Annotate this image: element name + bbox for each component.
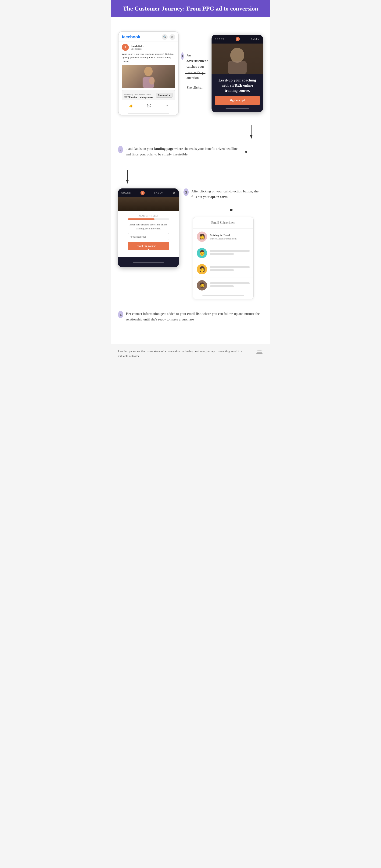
optin-progress-bar — [128, 218, 169, 220]
fb-post-sponsored: Sponsored — [131, 47, 141, 50]
step3-layout: COACH S SALLY ✕ ALMOST THERE! Enter your… — [118, 188, 263, 299]
step2-badge: 2 — [118, 146, 123, 153]
step2-section: 2 ...and lands on your landing page wher… — [118, 144, 263, 160]
step1-arrow-area: 1 An advertisement catches your prospect… — [179, 71, 212, 76]
sub3-lines — [210, 282, 250, 288]
email-subscribers-card: Email Subscribers 👩 Shirley A. Lead shir… — [193, 217, 254, 299]
sub2-line1 — [210, 266, 250, 268]
email-subs-row-2: 👩 — [193, 261, 253, 277]
fb-cta-bar: coachsally.com/free-lesson-plan FREE onl… — [122, 90, 175, 100]
email-subscribers-wrapper: Email Subscribers 👩 Shirley A. Lead shir… — [193, 217, 254, 299]
svg-marker-13 — [126, 180, 129, 184]
subscriber-avatar-1: 👨 — [197, 248, 207, 258]
optin-start-button[interactable]: Start the course → — [128, 242, 169, 250]
fb-avatar: S — [122, 44, 129, 51]
svg-rect-7 — [228, 61, 247, 74]
subscriber-avatar-3: 🧔 — [197, 280, 207, 290]
step2-bold: landing page — [154, 147, 173, 151]
email-lead-avatar: 👩 — [197, 231, 207, 242]
facebook-phone-mockup: facebook 🔍 ⊕ S Coach Sally Sponsored — [118, 31, 179, 115]
step1-text-part3: She clicks... — [186, 86, 204, 89]
sub3-line2 — [210, 285, 234, 287]
person-illustration — [139, 66, 158, 88]
step2-layout: 2 ...and lands on your landing page wher… — [118, 144, 263, 160]
fb-search-icon[interactable]: 🔍 — [162, 34, 168, 40]
optin-bg-image — [118, 197, 179, 211]
step4-header: 4 Her contact information gets added to … — [118, 311, 263, 322]
step2-arrow-area — [244, 144, 263, 160]
step4-section: 4 Her contact information gets added to … — [118, 309, 263, 326]
fb-share-icon[interactable]: ↗ — [165, 104, 168, 108]
sub1-line1 — [210, 250, 250, 252]
optin-nav-avatar: S — [140, 191, 145, 195]
landing-cta-button[interactable]: Sign me up! — [215, 96, 260, 105]
footer-logo-icon — [256, 349, 263, 356]
fb-download-button[interactable]: Download ● — [156, 93, 173, 98]
phone-dark-scroll — [226, 108, 249, 109]
fb-scroll-bar — [128, 113, 169, 114]
optin-btn-text: Start the course — [137, 244, 156, 248]
phone-dark-nav-coach: COACH — [215, 38, 224, 40]
sub1-icon: 👨 — [199, 250, 205, 256]
step1-mockups-row: facebook 🔍 ⊕ S Coach Sally Sponsored — [118, 31, 263, 115]
fb-cta-title: FREE online training course — [124, 96, 153, 98]
svg-rect-16 — [256, 353, 263, 354]
arrow-down-step3 — [118, 170, 263, 184]
step4-text-col: 4 Her contact information gets added to … — [118, 309, 263, 326]
fb-post-image — [122, 65, 175, 88]
fb-top-bar: facebook 🔍 ⊕ — [118, 32, 178, 41]
phone-dark-nav-sally: SALLY — [251, 38, 260, 40]
optin-btn-wrapper: Start the course → — [128, 242, 169, 250]
optin-email-input[interactable] — [128, 233, 169, 240]
optin-scroll-bar — [133, 262, 164, 263]
step2-text: ...and lands on your landing page where … — [126, 146, 240, 157]
phone-dark-nav-avatar: S — [236, 37, 240, 41]
fb-cta-info: coachsally.com/free-lesson-plan FREE onl… — [124, 92, 153, 98]
fb-like-icon[interactable]: 👍 — [129, 104, 133, 108]
fb-messenger-icon[interactable]: ⊕ — [169, 34, 175, 40]
landing-page-phone: COACH S SALLY Level-up your coaching wit… — [212, 35, 263, 112]
email-lead-email: shirley.a.lead@email.com — [210, 237, 250, 240]
optin-modal-wrapper: ALMOST THERE! Enter your email to access… — [118, 211, 179, 257]
optin-close-icon[interactable]: ✕ — [173, 191, 176, 195]
page-header: The Customer Journey: From PPC ad to con… — [111, 0, 270, 17]
step2-text-col: 2 ...and lands on your landing page wher… — [118, 144, 240, 160]
step1-badge: 1 — [181, 53, 184, 60]
step3-text-end: . — [228, 195, 229, 199]
svg-rect-17 — [257, 352, 262, 353]
sub3-icon: 🧔 — [199, 282, 205, 288]
down-arrow-svg-1 — [247, 125, 256, 139]
sub1-line2 — [210, 253, 234, 255]
landing-headline: Level-up your coaching with a FREE onlin… — [212, 74, 263, 96]
fb-comment-icon[interactable]: 💬 — [147, 104, 151, 108]
optin-nav-coach: COACH — [121, 192, 131, 194]
step3-section: COACH S SALLY ✕ ALMOST THERE! Enter your… — [118, 188, 263, 299]
page-title: The Customer Journey: From PPC ad to con… — [118, 5, 263, 12]
sub1-lines — [210, 250, 250, 256]
landing-hero-svg — [212, 43, 263, 74]
email-subs-row-3: 🧔 — [193, 277, 253, 293]
step3-right-arrow — [213, 208, 234, 212]
optin-nav-sally: SALLY — [154, 192, 163, 194]
fb-icons: 🔍 ⊕ — [162, 34, 175, 40]
step2-header: 2 ...and lands on your landing page wher… — [118, 146, 240, 157]
email-subs-scroll — [202, 295, 244, 296]
step4-text: Her contact information gets added to yo… — [126, 311, 263, 322]
step3-text: After clicking on your call-to-action bu… — [192, 188, 263, 200]
step1-left-col: facebook 🔍 ⊕ S Coach Sally Sponsored — [118, 31, 179, 115]
main-content: facebook 🔍 ⊕ S Coach Sally Sponsored — [111, 17, 270, 344]
fb-post-info: Coach Sally Sponsored — [131, 44, 144, 50]
svg-marker-9 — [250, 135, 252, 139]
sub2-line2 — [210, 269, 234, 271]
step1-header-row: 1 An advertisement catches your prospect… — [181, 53, 212, 90]
optin-body-text: Enter your email to access the online tr… — [128, 223, 169, 230]
down-arrow-svg-2 — [123, 170, 132, 184]
footer-text: Landing pages are the corner stone of a … — [118, 349, 252, 358]
fb-download-label: Download — [158, 94, 168, 96]
step4-layout: 4 Her contact information gets added to … — [118, 309, 263, 326]
right-arrow-svg-2 — [213, 208, 234, 212]
step1-bold: advertisement — [186, 59, 208, 63]
fb-post-name: Coach Sally — [131, 44, 144, 47]
step1-text: An advertisement catches your prospect's… — [186, 53, 212, 90]
sub2-icon: 👩 — [199, 266, 205, 272]
